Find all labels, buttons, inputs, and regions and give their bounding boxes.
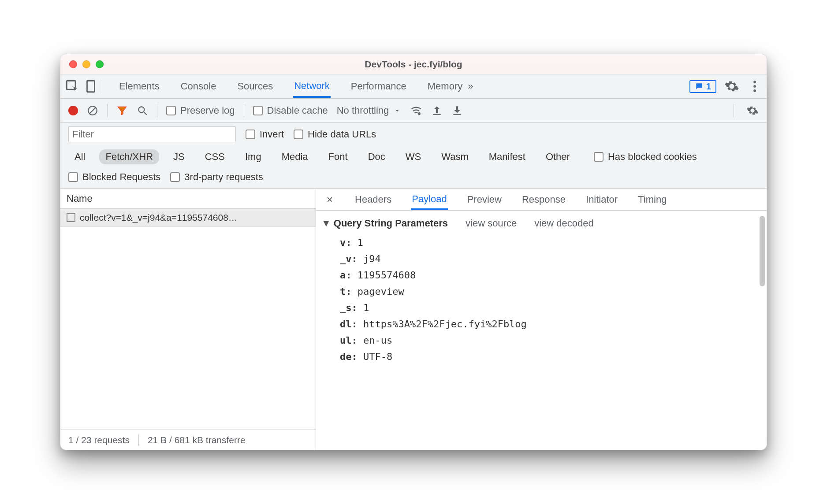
filter-chip-css[interactable]: CSS — [199, 149, 231, 164]
hide-data-urls-checkbox[interactable]: Hide data URLs — [294, 129, 376, 140]
svg-point-3 — [753, 85, 756, 88]
param-value: UTF-8 — [363, 351, 392, 362]
filter-chip-wasm[interactable]: Wasm — [435, 149, 475, 164]
param-value: en-us — [363, 335, 392, 346]
query-param-row: _s: 1 — [321, 300, 756, 316]
requests-empty-area — [60, 227, 316, 430]
filter-chip-manifest[interactable]: Manifest — [483, 149, 532, 164]
tab-memory[interactable]: Memory — [427, 75, 463, 97]
request-name: collect?v=1&_v=j94&a=1195574608… — [80, 212, 238, 223]
param-value: 1 — [358, 237, 363, 248]
svg-point-7 — [138, 107, 144, 112]
has-blocked-cookies-checkbox[interactable]: Has blocked cookies — [594, 151, 697, 163]
query-param-row: t: pageview — [321, 283, 756, 300]
separator — [734, 104, 734, 117]
view-source-link[interactable]: view source — [466, 218, 517, 229]
view-decoded-link[interactable]: view decoded — [534, 218, 594, 229]
filter-chip-all[interactable]: All — [68, 149, 91, 164]
preserve-log-checkbox[interactable]: Preserve log — [166, 105, 235, 116]
filter-chip-js[interactable]: JS — [167, 149, 191, 164]
network-settings-gear-icon[interactable] — [746, 104, 759, 117]
param-value: pageview — [358, 286, 404, 297]
invert-checkbox[interactable]: Invert — [246, 129, 284, 140]
payload-panel: ▼Query String Parameters view source vie… — [316, 211, 767, 450]
kebab-menu-icon[interactable] — [747, 79, 762, 94]
search-icon[interactable] — [137, 105, 148, 116]
network-toolbar: Preserve log Disable cache No throttling — [60, 99, 767, 123]
param-key: _v: — [340, 253, 358, 264]
request-row[interactable]: collect?v=1&_v=j94&a=1195574608… — [60, 209, 316, 227]
disable-cache-checkbox[interactable]: Disable cache — [253, 105, 328, 116]
svg-line-8 — [144, 112, 147, 115]
split-view: Name collect?v=1&_v=j94&a=1195574608… 1 … — [60, 189, 767, 450]
scrollbar-thumb[interactable] — [760, 216, 765, 286]
svg-rect-11 — [454, 114, 461, 115]
more-tabs-button[interactable]: » — [467, 75, 474, 97]
third-party-requests-checkbox[interactable]: 3rd-party requests — [170, 171, 263, 183]
inspect-element-icon[interactable] — [65, 79, 80, 94]
tab-network[interactable]: Network — [293, 75, 331, 98]
detail-tab-initiator[interactable]: Initiator — [585, 189, 618, 210]
requests-transfer: 21 B / 681 kB transferre — [148, 435, 246, 445]
upload-har-icon[interactable] — [431, 105, 443, 116]
filter-input[interactable] — [68, 126, 236, 142]
filter-chip-fetch-xhr[interactable]: Fetch/XHR — [99, 149, 159, 164]
detail-tab-response[interactable]: Response — [521, 189, 566, 210]
query-param-row: dl: https%3A%2F%2Fjec.fyi%2Fblog — [321, 316, 756, 332]
param-value: https%3A%2F%2Fjec.fyi%2Fblog — [363, 319, 527, 330]
payload-section-header[interactable]: ▼Query String Parameters view source vie… — [321, 218, 756, 229]
clear-button[interactable] — [87, 105, 98, 116]
request-detail-pane: × HeadersPayloadPreviewResponseInitiator… — [316, 189, 767, 450]
filter-chip-other[interactable]: Other — [540, 149, 576, 164]
detail-tab-payload[interactable]: Payload — [411, 189, 448, 210]
filter-chip-font[interactable]: Font — [322, 149, 354, 164]
detail-tabs: × HeadersPayloadPreviewResponseInitiator… — [316, 189, 767, 211]
filter-icon[interactable] — [116, 105, 128, 116]
filter-chip-ws[interactable]: WS — [399, 149, 427, 164]
blocked-requests-checkbox[interactable]: Blocked Requests — [68, 171, 160, 183]
svg-line-6 — [89, 107, 96, 114]
param-value: 1 — [363, 302, 369, 313]
param-key: de: — [340, 351, 358, 362]
separator — [107, 104, 108, 117]
device-toolbar-icon[interactable] — [83, 79, 98, 94]
network-conditions-icon[interactable] — [410, 104, 422, 117]
record-button[interactable] — [68, 106, 78, 115]
settings-gear-icon[interactable] — [724, 79, 739, 94]
issues-badge[interactable]: 1 — [689, 80, 716, 93]
param-key: ul: — [340, 335, 358, 346]
svg-point-2 — [753, 81, 756, 83]
request-type-icon — [67, 213, 75, 222]
filter-chip-img[interactable]: Img — [239, 149, 268, 164]
detail-tab-timing[interactable]: Timing — [637, 189, 667, 210]
detail-tab-headers[interactable]: Headers — [354, 189, 392, 210]
requests-count: 1 / 23 requests — [68, 435, 130, 445]
tab-performance[interactable]: Performance — [350, 75, 407, 97]
download-har-icon[interactable] — [451, 105, 463, 116]
param-key: t: — [340, 286, 352, 297]
filter-chip-doc[interactable]: Doc — [362, 149, 391, 164]
disclosure-triangle-icon[interactable]: ▼ — [321, 218, 331, 229]
svg-point-9 — [418, 112, 421, 115]
query-param-row: de: UTF-8 — [321, 348, 756, 365]
filter-row-1: Invert Hide data URLs — [60, 123, 767, 146]
filter-row-3: Blocked Requests 3rd-party requests — [60, 168, 767, 189]
requests-status-bar: 1 / 23 requests 21 B / 681 kB transferre — [60, 430, 316, 450]
throttling-select[interactable]: No throttling — [337, 105, 402, 116]
param-value: 1195574608 — [358, 270, 416, 281]
detail-tab-preview[interactable]: Preview — [466, 189, 503, 210]
tab-sources[interactable]: Sources — [236, 75, 274, 97]
issues-count: 1 — [706, 82, 711, 92]
tab-elements[interactable]: Elements — [118, 75, 160, 97]
window-title: DevTools - jec.fyi/blog — [60, 59, 767, 70]
tab-console[interactable]: Console — [180, 75, 217, 97]
param-key: a: — [340, 270, 352, 281]
separator — [244, 104, 244, 117]
filter-chip-media[interactable]: Media — [276, 149, 314, 164]
requests-list-pane: Name collect?v=1&_v=j94&a=1195574608… 1 … — [60, 189, 316, 450]
close-detail-button[interactable]: × — [324, 193, 335, 206]
devtools-window: DevTools - jec.fyi/blog ElementsConsoleS… — [60, 54, 767, 450]
requests-header-name[interactable]: Name — [60, 189, 316, 209]
query-param-row: ul: en-us — [321, 332, 756, 348]
svg-rect-1 — [87, 81, 95, 92]
